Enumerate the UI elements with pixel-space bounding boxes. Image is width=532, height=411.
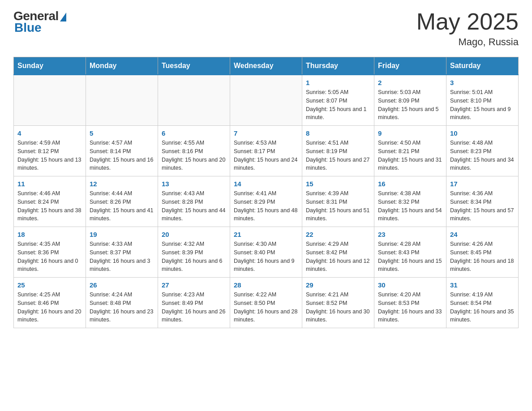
calendar-cell: 10Sunrise: 4:48 AMSunset: 8:23 PMDayligh… xyxy=(446,126,519,176)
day-info: Sunrise: 4:30 AMSunset: 8:40 PMDaylight:… xyxy=(234,240,298,274)
col-header-saturday: Saturday xyxy=(446,57,519,75)
page-header: General Blue May 2025 Mago, Russia xyxy=(13,9,519,48)
calendar-cell: 29Sunrise: 4:21 AMSunset: 8:52 PMDayligh… xyxy=(302,278,374,328)
day-info: Sunrise: 4:57 AMSunset: 8:14 PMDaylight:… xyxy=(90,139,154,172)
day-info: Sunrise: 4:26 AMSunset: 8:45 PMDaylight:… xyxy=(450,240,515,274)
calendar-cell: 28Sunrise: 4:22 AMSunset: 8:50 PMDayligh… xyxy=(230,278,302,328)
calendar-week-row: 1Sunrise: 5:05 AMSunset: 8:07 PMDaylight… xyxy=(14,75,519,126)
day-info: Sunrise: 4:22 AMSunset: 8:50 PMDaylight:… xyxy=(234,291,298,324)
day-number: 30 xyxy=(378,281,442,289)
day-info: Sunrise: 4:41 AMSunset: 8:29 PMDaylight:… xyxy=(234,189,298,223)
location-subtitle: Mago, Russia xyxy=(416,36,519,48)
calendar-cell: 23Sunrise: 4:28 AMSunset: 8:43 PMDayligh… xyxy=(374,227,446,278)
calendar-cell: 11Sunrise: 4:46 AMSunset: 8:24 PMDayligh… xyxy=(14,176,86,227)
logo-blue-text: Blue xyxy=(13,21,42,35)
day-number: 1 xyxy=(306,79,370,86)
day-number: 27 xyxy=(162,281,226,289)
calendar-cell: 3Sunrise: 5:01 AMSunset: 8:10 PMDaylight… xyxy=(446,75,519,126)
logo: General Blue xyxy=(13,9,66,35)
day-number: 31 xyxy=(450,281,515,289)
day-number: 15 xyxy=(306,180,370,188)
day-number: 22 xyxy=(306,231,370,238)
calendar-cell: 22Sunrise: 4:29 AMSunset: 8:42 PMDayligh… xyxy=(302,227,374,278)
calendar-cell: 4Sunrise: 4:59 AMSunset: 8:12 PMDaylight… xyxy=(14,126,86,176)
day-info: Sunrise: 4:48 AMSunset: 8:23 PMDaylight:… xyxy=(450,139,515,172)
calendar-cell: 7Sunrise: 4:53 AMSunset: 8:17 PMDaylight… xyxy=(230,126,302,176)
month-title: May 2025 xyxy=(416,9,519,34)
calendar-cell: 9Sunrise: 4:50 AMSunset: 8:21 PMDaylight… xyxy=(374,126,446,176)
day-number: 9 xyxy=(378,129,442,137)
calendar-cell xyxy=(14,75,86,126)
logo-triangle-icon xyxy=(60,13,66,21)
day-info: Sunrise: 4:59 AMSunset: 8:12 PMDaylight:… xyxy=(17,139,82,172)
day-info: Sunrise: 4:29 AMSunset: 8:42 PMDaylight:… xyxy=(306,240,370,274)
day-number: 13 xyxy=(162,180,226,188)
calendar-cell: 16Sunrise: 4:38 AMSunset: 8:32 PMDayligh… xyxy=(374,176,446,227)
calendar-cell: 26Sunrise: 4:24 AMSunset: 8:48 PMDayligh… xyxy=(86,278,158,328)
calendar-cell xyxy=(86,75,158,126)
day-info: Sunrise: 4:23 AMSunset: 8:49 PMDaylight:… xyxy=(162,291,226,324)
calendar-cell: 15Sunrise: 4:39 AMSunset: 8:31 PMDayligh… xyxy=(302,176,374,227)
day-number: 4 xyxy=(17,129,82,137)
calendar-cell xyxy=(230,75,302,126)
day-info: Sunrise: 4:55 AMSunset: 8:16 PMDaylight:… xyxy=(162,139,226,172)
calendar-cell: 17Sunrise: 4:36 AMSunset: 8:34 PMDayligh… xyxy=(446,176,519,227)
day-info: Sunrise: 4:24 AMSunset: 8:48 PMDaylight:… xyxy=(90,291,154,324)
calendar-cell: 12Sunrise: 4:44 AMSunset: 8:26 PMDayligh… xyxy=(86,176,158,227)
day-info: Sunrise: 4:38 AMSunset: 8:32 PMDaylight:… xyxy=(378,189,442,223)
calendar-cell: 25Sunrise: 4:25 AMSunset: 8:46 PMDayligh… xyxy=(14,278,86,328)
calendar-cell: 27Sunrise: 4:23 AMSunset: 8:49 PMDayligh… xyxy=(158,278,230,328)
calendar-week-row: 18Sunrise: 4:35 AMSunset: 8:36 PMDayligh… xyxy=(14,227,519,278)
calendar-cell: 24Sunrise: 4:26 AMSunset: 8:45 PMDayligh… xyxy=(446,227,519,278)
col-header-thursday: Thursday xyxy=(302,57,374,75)
day-number: 14 xyxy=(234,180,298,188)
calendar-table: SundayMondayTuesdayWednesdayThursdayFrid… xyxy=(13,57,519,328)
day-number: 24 xyxy=(450,231,515,238)
calendar-cell: 1Sunrise: 5:05 AMSunset: 8:07 PMDaylight… xyxy=(302,75,374,126)
calendar-cell: 6Sunrise: 4:55 AMSunset: 8:16 PMDaylight… xyxy=(158,126,230,176)
day-number: 5 xyxy=(90,129,154,137)
calendar-cell: 14Sunrise: 4:41 AMSunset: 8:29 PMDayligh… xyxy=(230,176,302,227)
day-info: Sunrise: 4:50 AMSunset: 8:21 PMDaylight:… xyxy=(378,139,442,172)
calendar-cell: 8Sunrise: 4:51 AMSunset: 8:19 PMDaylight… xyxy=(302,126,374,176)
day-number: 21 xyxy=(234,231,298,238)
calendar-cell: 30Sunrise: 4:20 AMSunset: 8:53 PMDayligh… xyxy=(374,278,446,328)
day-info: Sunrise: 4:35 AMSunset: 8:36 PMDaylight:… xyxy=(17,240,82,274)
day-number: 10 xyxy=(450,129,515,137)
day-number: 19 xyxy=(90,231,154,238)
day-info: Sunrise: 4:51 AMSunset: 8:19 PMDaylight:… xyxy=(306,139,370,172)
day-info: Sunrise: 4:32 AMSunset: 8:39 PMDaylight:… xyxy=(162,240,226,274)
day-info: Sunrise: 5:01 AMSunset: 8:10 PMDaylight:… xyxy=(450,88,515,122)
col-header-tuesday: Tuesday xyxy=(158,57,230,75)
day-number: 3 xyxy=(450,79,515,86)
col-header-sunday: Sunday xyxy=(14,57,86,75)
calendar-cell: 21Sunrise: 4:30 AMSunset: 8:40 PMDayligh… xyxy=(230,227,302,278)
day-number: 8 xyxy=(306,129,370,137)
calendar-cell: 5Sunrise: 4:57 AMSunset: 8:14 PMDaylight… xyxy=(86,126,158,176)
day-number: 26 xyxy=(90,281,154,289)
calendar-cell: 31Sunrise: 4:19 AMSunset: 8:54 PMDayligh… xyxy=(446,278,519,328)
day-info: Sunrise: 4:43 AMSunset: 8:28 PMDaylight:… xyxy=(162,189,226,223)
day-info: Sunrise: 5:03 AMSunset: 8:09 PMDaylight:… xyxy=(378,88,442,122)
day-number: 25 xyxy=(17,281,82,289)
day-info: Sunrise: 4:20 AMSunset: 8:53 PMDaylight:… xyxy=(378,291,442,324)
day-number: 11 xyxy=(17,180,82,188)
calendar-week-row: 11Sunrise: 4:46 AMSunset: 8:24 PMDayligh… xyxy=(14,176,519,227)
day-info: Sunrise: 4:21 AMSunset: 8:52 PMDaylight:… xyxy=(306,291,370,324)
calendar-week-row: 25Sunrise: 4:25 AMSunset: 8:46 PMDayligh… xyxy=(14,278,519,328)
day-number: 18 xyxy=(17,231,82,238)
calendar-cell: 13Sunrise: 4:43 AMSunset: 8:28 PMDayligh… xyxy=(158,176,230,227)
day-number: 16 xyxy=(378,180,442,188)
day-info: Sunrise: 4:36 AMSunset: 8:34 PMDaylight:… xyxy=(450,189,515,223)
day-info: Sunrise: 4:53 AMSunset: 8:17 PMDaylight:… xyxy=(234,139,298,172)
day-info: Sunrise: 4:25 AMSunset: 8:46 PMDaylight:… xyxy=(17,291,82,324)
day-number: 28 xyxy=(234,281,298,289)
day-number: 12 xyxy=(90,180,154,188)
day-number: 7 xyxy=(234,129,298,137)
calendar-cell: 19Sunrise: 4:33 AMSunset: 8:37 PMDayligh… xyxy=(86,227,158,278)
calendar-cell xyxy=(158,75,230,126)
day-number: 17 xyxy=(450,180,515,188)
title-area: May 2025 Mago, Russia xyxy=(416,9,519,48)
col-header-monday: Monday xyxy=(86,57,158,75)
calendar-cell: 18Sunrise: 4:35 AMSunset: 8:36 PMDayligh… xyxy=(14,227,86,278)
